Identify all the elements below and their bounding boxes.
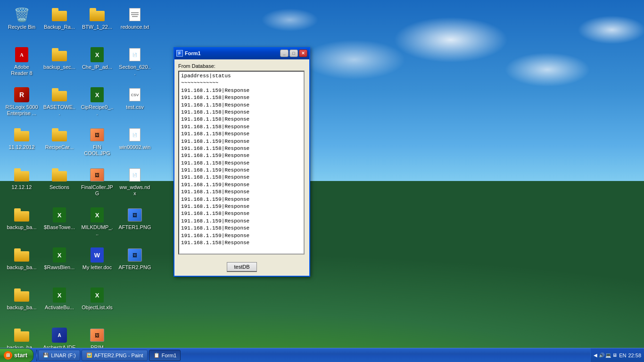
icon-my-letter[interactable]: W My letter.doc bbox=[80, 245, 114, 283]
icon-ww-wdws[interactable]: 📄 ww_wdws.ndx bbox=[118, 165, 152, 203]
icon-finalcoller[interactable]: 🖼 FinalColler.JPG bbox=[80, 165, 114, 203]
icon-milkdump[interactable]: X MILKDUMP_... bbox=[80, 205, 114, 243]
form1-textbox[interactable]: ipaddress|status~~~~~~~~~~~~191.168.1.15… bbox=[178, 71, 305, 255]
icon-activatebu[interactable]: X ActivateBu... bbox=[42, 285, 76, 323]
icon-backup-ba3[interactable]: backup_ba... bbox=[5, 285, 39, 323]
icon-recycle-bin[interactable]: 🗑️ Recycle Bin bbox=[5, 5, 39, 42]
textbox-line: 191.168.1.158|Response bbox=[181, 116, 302, 123]
word-doc-icon: W bbox=[90, 247, 105, 263]
ndx-file-icon: 📄 bbox=[127, 167, 142, 182]
icon-sections[interactable]: Sections bbox=[42, 165, 76, 203]
rslogix-app-icon: R bbox=[14, 87, 29, 102]
textbox-line: 191.168.1.158|Response bbox=[181, 225, 302, 232]
icon-ciprecipe[interactable]: X CipRecipe0_... bbox=[80, 85, 114, 123]
paint-icon: 🖼️ bbox=[86, 352, 92, 359]
excel-icon: X bbox=[90, 87, 105, 102]
windows-logo: ⊞ bbox=[4, 351, 12, 360]
icon-che-ip-ad[interactable]: X Che_IP_ad... bbox=[80, 45, 114, 82]
icon-basetowei[interactable]: X $BaseTowe... bbox=[42, 205, 76, 243]
folder-icon bbox=[14, 288, 29, 303]
excel-icon: X bbox=[52, 207, 67, 222]
folder-icon bbox=[14, 247, 29, 263]
icon-objectlist[interactable]: X ObjectList.xls bbox=[80, 285, 114, 323]
icon-win00002[interactable]: 📄 win00002.win bbox=[118, 125, 152, 163]
textbox-line: 191.168.1.158|Response bbox=[181, 239, 302, 247]
icon-date-1212[interactable]: 12.12.12 bbox=[5, 165, 39, 203]
icon-date-1112[interactable]: 11.12.2012 bbox=[5, 125, 39, 163]
folder-icon bbox=[52, 87, 67, 102]
textbox-line: 191.168.1.158|Response bbox=[181, 189, 302, 196]
icon-section-620[interactable]: 📄 Section_620... bbox=[118, 45, 152, 82]
textbox-line: 191.168.1.158|Response bbox=[181, 174, 302, 181]
textbox-line: 191.168.1.158|Response bbox=[181, 109, 302, 116]
icon-adobe-reader[interactable]: A Adobe Reader 8 bbox=[5, 45, 39, 82]
archestra-app-icon: A bbox=[52, 328, 67, 343]
icon-recipecar[interactable]: RecipeCar... bbox=[42, 125, 76, 163]
icon-after1-png[interactable]: 🖼 AFTER1.PNG bbox=[118, 205, 152, 243]
icon-test-csv[interactable]: CSV test.csv bbox=[118, 85, 152, 123]
icon-backup-ba1[interactable]: backup_ba... bbox=[5, 205, 39, 243]
taskbar-item-linar-label: LINAR (F:) bbox=[51, 353, 76, 358]
excel-icon: X bbox=[90, 207, 105, 222]
folder-icon bbox=[52, 167, 67, 182]
textbox-line: 191.168.1.159|Response bbox=[181, 181, 302, 189]
maximize-button[interactable]: □ bbox=[289, 49, 298, 57]
textbox-line: 191.168.1.158|Response bbox=[181, 131, 302, 138]
textbox-line: 191.168.1.159|Response bbox=[181, 232, 302, 239]
textbox-line: 191.168.1.158|Response bbox=[181, 94, 302, 101]
image-icon: 🖼 bbox=[90, 167, 105, 182]
taskbar-item-form1[interactable]: 📋 Form1 bbox=[149, 350, 181, 361]
excel-icon: X bbox=[52, 247, 67, 263]
form1-titlebar[interactable]: F Form1 _ □ ✕ bbox=[174, 47, 309, 59]
folder-icon bbox=[14, 207, 29, 222]
text-file-icon bbox=[127, 7, 142, 22]
textbox-line: 191.168.1.159|Response bbox=[181, 138, 302, 145]
taskbar-divider bbox=[36, 350, 37, 361]
taskbar-item-linar[interactable]: 💾 LINAR (F:) bbox=[38, 350, 80, 361]
icon-rawsblen[interactable]: X $RawsBlen... bbox=[42, 245, 76, 283]
icon-btw-122[interactable]: BTW_1_22... bbox=[80, 5, 114, 42]
form1-task-icon: 📋 bbox=[153, 352, 160, 359]
testdb-button[interactable]: testDB bbox=[227, 262, 256, 272]
icon-basetowe[interactable]: BASETOWE... bbox=[42, 85, 76, 123]
icon-rslogix5000[interactable]: R RSLogix 5000 Enterprise ... bbox=[5, 85, 39, 123]
titlebar-buttons: _ □ ✕ bbox=[280, 49, 307, 57]
icon-backup-ba2[interactable]: backup_ba... bbox=[5, 245, 39, 283]
textbox-line: 191.168.1.159|Response bbox=[181, 152, 302, 159]
textbox-line: 191.168.1.158|Response bbox=[181, 210, 302, 217]
form1-title-icon: F bbox=[176, 50, 183, 57]
icon-fin-cool[interactable]: 🖼 FIN COOL.JPG bbox=[80, 125, 114, 163]
recycle-bin-icon: 🗑️ bbox=[14, 7, 29, 22]
form1-window: F Form1 _ □ ✕ From Database: ipaddress|s… bbox=[173, 47, 310, 277]
taskbar-items: 💾 LINAR (F:) 🖼️ AFTER2.PNG - Paint 📋 For… bbox=[38, 350, 590, 361]
jpg-icon: 🖼 bbox=[90, 328, 105, 343]
minimize-button[interactable]: _ bbox=[280, 49, 289, 57]
taskbar-item-after2-paint[interactable]: 🖼️ AFTER2.PNG - Paint bbox=[82, 350, 148, 361]
icon-after2-png[interactable]: 🖼 AFTER2.PNG bbox=[118, 245, 152, 283]
textbox-line: 191.168.1.159|Response bbox=[181, 196, 302, 203]
language-indicator: EN bbox=[619, 353, 626, 358]
pdf-icon: A bbox=[14, 47, 29, 62]
icon-redounce-txt[interactable]: redounce.txt bbox=[118, 5, 152, 42]
desktop: 🗑️ Recycle Bin Backup_Ra... BTW_1_22... bbox=[0, 0, 644, 362]
png-icon: 🖼 bbox=[127, 247, 142, 263]
icon-backup-sec[interactable]: backup_sec... bbox=[42, 45, 76, 82]
start-button[interactable]: ⊞ start bbox=[0, 348, 33, 362]
excel-icon: X bbox=[52, 288, 67, 303]
icon-backup-ra[interactable]: Backup_Ra... bbox=[42, 5, 76, 42]
folder-icon bbox=[14, 167, 29, 182]
folder-icon bbox=[52, 7, 67, 22]
image-icon: 🖼 bbox=[90, 127, 105, 142]
tray-icons: ◀ 🔊 💻 🖥 bbox=[594, 353, 617, 358]
taskbar: ⊞ start 💾 LINAR (F:) 🖼️ AFTER2.PNG - Pai… bbox=[0, 348, 644, 362]
close-button[interactable]: ✕ bbox=[299, 49, 307, 57]
win-file-icon: 📄 bbox=[127, 127, 142, 142]
folder-icon bbox=[90, 7, 105, 22]
png-icon: 🖼 bbox=[127, 207, 142, 222]
form1-title-text: Form1 bbox=[185, 50, 278, 56]
taskbar-item-paint-label: AFTER2.PNG - Paint bbox=[94, 353, 143, 358]
folder-icon bbox=[52, 47, 67, 62]
system-tray: ◀ 🔊 💻 🖥 EN 22:58 bbox=[590, 348, 644, 362]
form1-body: From Database: ipaddress|status~~~~~~~~~… bbox=[174, 59, 309, 258]
text-file-icon: 📄 bbox=[127, 47, 142, 62]
